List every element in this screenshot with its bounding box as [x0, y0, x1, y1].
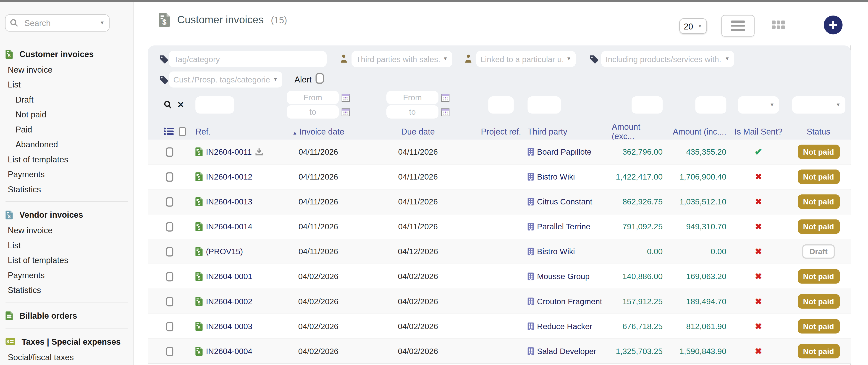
due-date-from-input[interactable]	[386, 91, 438, 104]
invoice-ref-link[interactable]: IN2604-0001	[206, 272, 252, 281]
list-view-button[interactable]	[721, 15, 754, 36]
row-checkbox[interactable]	[166, 147, 173, 157]
invoice-ref-link[interactable]: IN2604-0003	[206, 322, 252, 331]
table-row[interactable]: $ IN2604-0012 04/11/2026 04/11/2026 Bist…	[148, 165, 851, 189]
invoice-date-to-input[interactable]	[287, 105, 339, 118]
sidebar-item[interactable]: Statistics	[0, 182, 133, 197]
columns-icon[interactable]	[164, 128, 174, 135]
sidebar-item[interactable]: List of templates	[0, 152, 133, 167]
row-checkbox[interactable]	[166, 172, 173, 181]
column-header-status[interactable]: Status	[807, 127, 830, 136]
tag-category-input[interactable]	[169, 51, 327, 67]
third-party-link[interactable]: Citrus Constant	[537, 197, 592, 206]
table-row[interactable]: $ (PROV15) 04/11/2026 04/12/2026 Bistro …	[148, 240, 851, 264]
sidebar-section-header[interactable]: $ Vendor invoices	[0, 206, 133, 223]
clear-search-icon[interactable]: ✕	[177, 100, 184, 110]
invoice-date-from-input[interactable]	[287, 91, 339, 104]
third-party-link[interactable]: Crouton Fragment	[537, 297, 602, 306]
sidebar-item[interactable]: Abandoned	[0, 137, 133, 152]
column-header-amount-excl[interactable]: Amount (exc...	[612, 122, 667, 141]
sidebar-item[interactable]: Social/fiscal taxes	[0, 349, 133, 364]
table-row[interactable]: $ IN2604-0014 04/11/2026 04/11/2026 Para…	[148, 215, 851, 240]
column-header-project-ref[interactable]: Project ref.	[481, 127, 521, 136]
sidebar-item[interactable]: Not paid	[0, 107, 133, 122]
sidebar-item[interactable]: Draft	[0, 92, 133, 107]
sidebar-item[interactable]: List	[0, 238, 133, 253]
row-checkbox[interactable]	[166, 346, 173, 356]
calendar-icon[interactable]	[342, 93, 350, 102]
amount-excl-search-input[interactable]	[631, 96, 662, 113]
project-ref-search-input[interactable]	[488, 96, 514, 113]
column-header-third-party[interactable]: Third party	[523, 127, 567, 136]
column-header-invoice-date[interactable]: ▲Invoice date	[292, 127, 344, 136]
sidebar-search[interactable]: ▼	[5, 15, 110, 31]
table-row[interactable]: $ IN2604-0004 04/02/2026 04/02/2026 Sala…	[148, 339, 851, 364]
sidebar-item[interactable]: New invoice	[0, 223, 133, 237]
page-size-select[interactable]: 20 ▼	[679, 18, 707, 34]
add-invoice-button[interactable]: +	[824, 16, 842, 34]
download-icon[interactable]	[255, 148, 263, 156]
row-checkbox[interactable]	[166, 197, 173, 206]
mail-sent-filter-select[interactable]: ▼	[738, 96, 779, 113]
due-date: 04/11/2026	[398, 172, 438, 181]
table-row[interactable]: $ IN2604-0011 04/11/2026 04/11/2026 Boar…	[148, 140, 851, 165]
invoice-ref-link[interactable]: IN2604-0012	[206, 172, 252, 181]
select-all-checkbox[interactable]	[179, 127, 186, 136]
sidebar-item[interactable]: Paid	[0, 122, 133, 137]
sidebar-section-header[interactable]: Billable orders	[0, 307, 133, 324]
sidebar-section: Billable orders	[0, 307, 133, 329]
search-input[interactable]	[23, 18, 100, 28]
column-header-mail-sent[interactable]: Is Mail Sent?	[735, 127, 782, 136]
sidebar-item[interactable]: Payments	[0, 167, 133, 181]
cust-prosp-tags-select[interactable]: Cust./Prosp. tags/categories ▼	[169, 72, 282, 87]
row-checkbox[interactable]	[166, 272, 173, 281]
row-checkbox[interactable]	[166, 222, 173, 231]
alert-checkbox[interactable]	[316, 73, 324, 84]
invoice-ref-link[interactable]: IN2604-0002	[206, 297, 252, 306]
calendar-icon[interactable]	[342, 108, 350, 116]
sidebar-item[interactable]: New invoice	[0, 62, 133, 77]
window-top-bar	[0, 0, 868, 2]
third-party-link[interactable]: Board Papillote	[537, 147, 592, 156]
invoice-ref-link[interactable]: IN2604-0004	[206, 347, 252, 356]
row-checkbox[interactable]	[166, 321, 173, 331]
column-header-due-date[interactable]: Due date	[401, 127, 435, 136]
amount-incl-search-input[interactable]	[695, 96, 726, 113]
run-search-icon[interactable]	[164, 100, 172, 109]
sidebar-item[interactable]: Payments	[0, 268, 133, 283]
invoice-ref-link[interactable]: (PROV15)	[206, 247, 243, 256]
row-checkbox[interactable]	[166, 297, 173, 306]
third-party-link[interactable]: Parallel Terrine	[537, 222, 590, 231]
third-party-link[interactable]: Reduce Hacker	[537, 322, 592, 331]
third-parties-filter-select[interactable]: Third parties with sales... ▼	[351, 51, 452, 67]
third-party-search-input[interactable]	[528, 96, 561, 113]
calendar-icon[interactable]	[441, 93, 450, 102]
sidebar-item[interactable]: Statistics	[0, 283, 133, 298]
invoice-ref-link[interactable]: IN2604-0014	[206, 222, 252, 231]
table-row[interactable]: $ IN2604-0001 04/02/2026 04/02/2026 Mous…	[148, 264, 851, 289]
ref-search-input[interactable]	[195, 96, 234, 113]
calendar-icon[interactable]	[441, 108, 450, 116]
invoice-ref-link[interactable]: IN2604-0011	[206, 147, 252, 156]
sidebar-section-header[interactable]: $ Customer invoices	[0, 46, 133, 62]
including-products-filter-select[interactable]: Including products/services with... ▼	[601, 51, 734, 67]
sidebar-item[interactable]: List of templates	[0, 253, 133, 268]
table-row[interactable]: $ IN2604-0013 04/11/2026 04/11/2026 Citr…	[148, 190, 851, 215]
invoice-ref-link[interactable]: IN2604-0013	[206, 197, 252, 206]
third-party-link[interactable]: Bistro Wiki	[537, 172, 575, 181]
due-date-to-input[interactable]	[386, 105, 438, 118]
table-row[interactable]: $ IN2604-0002 04/02/2026 04/02/2026 Crou…	[148, 289, 851, 314]
column-header-amount-incl[interactable]: Amount (inc....	[673, 127, 731, 136]
sidebar-item[interactable]: List	[0, 77, 133, 92]
grid-view-button[interactable]	[772, 21, 785, 30]
sidebar-section-header[interactable]: $ Taxes | Special expenses	[0, 333, 133, 350]
third-party-link[interactable]: Salad Developer	[537, 347, 596, 356]
column-header-ref[interactable]: Ref.	[191, 127, 211, 136]
third-party-link[interactable]: Bistro Wiki	[537, 247, 575, 256]
status-filter-select[interactable]: ▼	[792, 96, 845, 113]
linked-user-filter-select[interactable]: Linked to a particular u... ▼	[476, 51, 576, 67]
chevron-down-icon[interactable]: ▼	[100, 21, 105, 26]
row-checkbox[interactable]	[166, 247, 173, 256]
third-party-link[interactable]: Mousse Group	[537, 272, 590, 281]
table-row[interactable]: $ IN2604-0003 04/02/2026 04/02/2026 Redu…	[148, 314, 851, 339]
